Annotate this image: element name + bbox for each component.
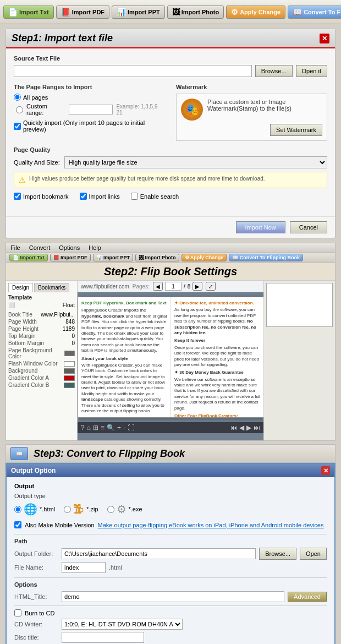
fullscreen-icon[interactable]: ⛶ [128,424,134,432]
advanced-button[interactable]: Advanced [288,592,327,602]
html-title-input[interactable] [62,591,284,602]
prev-icon[interactable]: ◀ [239,424,244,432]
import-links-checkbox[interactable] [80,193,87,200]
burn-cd-label: Burn to CD [25,610,54,616]
output-browse-btn[interactable]: Browse... [259,548,296,560]
zoom-in-icon[interactable]: + [117,424,121,432]
menu-options[interactable]: Options [59,244,80,251]
path-section: Path Output Folder: Browse... Open File … [14,538,327,573]
html-title-row: HTML_Title: Advanced [14,591,327,602]
quickly-import-checkbox[interactable] [14,123,21,130]
prev-page-btn[interactable]: ◀ [153,282,163,291]
file-name-input[interactable] [62,562,106,573]
quality-select[interactable]: High quality large file size [64,156,327,168]
file-row: Browse... Open it [14,65,327,77]
page-quality-section: Page Quality Quality And Size: High qual… [14,146,327,168]
page-bg-swatch [64,351,75,356]
step2-import-ppt-btn[interactable]: 📊 Import PPT [93,254,134,261]
custom-range-radio[interactable] [16,106,23,113]
step2-import-pdf-btn[interactable]: 📕 Import PDF [50,254,91,261]
page-height-row: Page Height 1189 [8,325,75,332]
custom-range-label: Custom range: [26,103,65,116]
home-icon[interactable]: ⌂ [87,424,91,432]
exe-option: ⚙ *.exe [107,503,142,516]
output-folder-row: Output Folder: Browse... Open [14,548,327,560]
disc-title-input[interactable] [62,632,144,643]
step2-menubar: File Convert Options Help [6,243,335,253]
menu-file[interactable]: File [10,244,20,251]
fit-width-btn[interactable]: ⤢ [206,282,216,291]
output-folder-input[interactable] [62,548,256,559]
zip-icon: 🗜 [73,503,84,516]
exe-icon: ⚙ [117,503,127,516]
burn-cd-checkbox[interactable] [14,609,21,616]
help-icon[interactable]: ? [81,424,85,432]
disc-title-label: Disc title: [14,634,58,641]
book-right-heading1: ✦ One-time fee, unlimited conversion. [174,301,261,306]
watermark-label: Watermark [176,84,327,90]
book-right-body2: Once you purchased the software, you can… [174,345,261,368]
convert-button[interactable]: 📖 Convert To Flipping Book [288,6,341,19]
import-now-button[interactable]: Import Now [236,221,285,233]
list-icon[interactable]: ≡ [101,424,105,432]
cd-writer-row: CD Writer: 1:0:0, E: HL-DT-ST DVD-ROM DH… [14,619,327,630]
import-photo-button[interactable]: 🖼 Import Photo [167,6,224,19]
next-icon[interactable]: ▶ [246,424,251,432]
step2-import-txt-btn[interactable]: 📄 Import Txt [9,254,48,261]
mobile-desc-link[interactable]: Make output page-flipping eBook works on… [98,522,324,528]
exe-radio[interactable] [107,506,114,513]
output-open-btn[interactable]: Open [300,548,327,560]
page-number-input[interactable] [165,282,182,291]
import-txt-button[interactable]: 📄 Import Txt [3,6,54,19]
import-links-row: Import links [80,193,120,200]
range-input[interactable] [69,105,113,114]
enable-search-checkbox[interactable] [131,193,138,200]
step2-import-photo-btn[interactable]: 🖼 Import Photo [135,254,179,261]
all-pages-radio[interactable] [14,94,21,101]
bookmarks-tab[interactable]: Bookmarks [34,283,69,292]
step1-footer: Import Now Cancel [6,216,335,238]
source-file-label: Source Text File [14,55,327,62]
dialog-close-button[interactable]: ✕ [321,466,330,475]
file-name-label: File Name: [14,564,58,571]
mobile-checkbox[interactable] [14,521,21,528]
import-pdf-button[interactable]: 📕 Import PDF [56,6,109,19]
step1-cancel-button[interactable]: Cancel [290,221,327,233]
zip-label: *.zip [86,506,98,512]
template-section: Template ⬜ Float [8,294,75,309]
zip-radio[interactable] [64,506,71,513]
source-file-input[interactable] [14,65,252,77]
menu-help[interactable]: Help [89,244,101,251]
watermark-text: Place a custom text or Image Watermark(S… [207,99,322,112]
search-ctrl-icon[interactable]: 🔍 [107,424,115,432]
cd-writer-select[interactable]: 1:0:0, E: HL-DT-ST DVD-ROM DH40N A101 [62,619,183,630]
first-page-icon[interactable]: ⏮ [230,424,237,432]
watermark-icon: 🎭 [181,99,203,121]
import-ppt-button[interactable]: 📊 Import PPT [112,6,165,19]
import-ppt-icon: 📊 [117,8,126,17]
all-pages-row: All pages [14,94,165,101]
next-page-btn[interactable]: ▶ [193,282,202,291]
dialog-title: Output Option [11,467,56,474]
options-two-col: The Page Ranges to Import All pages Cust… [14,84,327,141]
html-radio[interactable] [14,506,21,513]
menu-convert[interactable]: Convert [29,244,51,251]
open-button[interactable]: Open it [296,65,327,77]
step1-title: Step1: Import text file [12,32,113,44]
watermark-inner: 🎭 Place a custom text or Image Watermark… [181,99,322,121]
grid-icon[interactable]: ⊞ [93,424,98,432]
zoom-out-icon[interactable]: - [123,424,125,432]
step2-convert-btn[interactable]: 📖 Convert To Flipping Book [229,254,303,261]
import-bookmark-checkbox[interactable] [14,193,21,200]
disc-title-row: Disc title: [14,632,327,643]
step1-close-button[interactable]: ✕ [320,34,329,43]
gradient-color-a-row: Gradient Color A [8,374,75,381]
design-tab[interactable]: Design [8,283,33,292]
set-watermark-button[interactable]: Set Watermark [270,124,322,136]
import-bookmark-label: Import bookmark [23,193,69,200]
mobile-row: Also Make Mobile Version Make output pag… [14,521,327,528]
apply-change-button[interactable]: ⚙ Apply Change [226,6,285,19]
step2-apply-btn[interactable]: ⚙ Apply Change [182,254,227,261]
browse-button[interactable]: Browse... [255,65,293,77]
last-page-icon[interactable]: ⏭ [254,424,260,432]
